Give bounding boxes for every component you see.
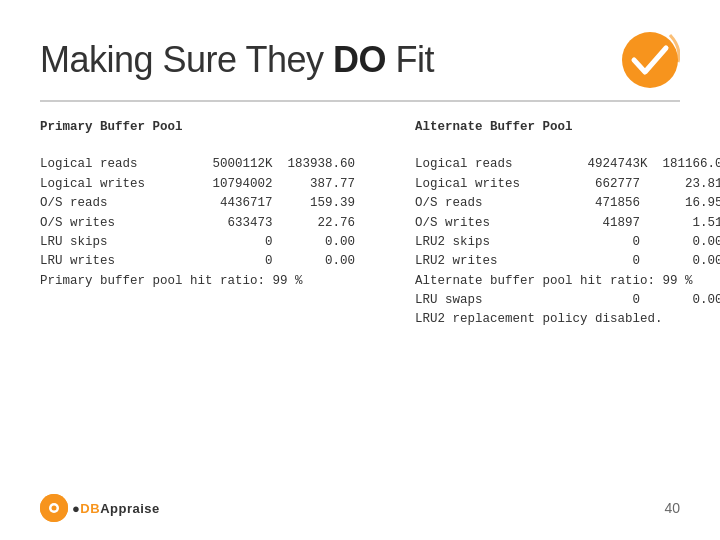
footer: ●DBAppraise 40 (40, 494, 680, 522)
title-start: Making Sure They (40, 39, 333, 80)
primary-pool-data: Logical reads 5000112K 183938.60 Logical… (40, 136, 355, 310)
alternate-row-3: O/S reads 471856 16.95 (415, 196, 720, 210)
primary-buffer-pool-section: Primary Buffer Pool Logical reads 500011… (40, 120, 355, 349)
alternate-row-2: Logical writes 662777 23.81 (415, 177, 720, 191)
alternate-pool-data: Logical reads 4924743K 181166.00 Logical… (415, 136, 720, 349)
alternate-row-5: LRU2 skips 0 0.00 (415, 235, 720, 249)
alternate-hit-ratio: Alternate buffer pool hit ratio: 99 % (415, 274, 693, 288)
svg-point-3 (52, 506, 57, 511)
primary-row-1: Logical reads 5000112K 183938.60 (40, 157, 355, 171)
alternate-lru-swaps: LRU swaps 0 0.00 (415, 293, 720, 307)
divider (40, 100, 680, 102)
primary-row-3: O/S reads 4436717 159.39 (40, 196, 355, 210)
alternate-row-4: O/S writes 41897 1.51 (415, 216, 720, 230)
check-icon (620, 30, 680, 90)
logo-text: ●DBAppraise (72, 501, 160, 516)
primary-section-header: Primary Buffer Pool (40, 120, 355, 134)
alternate-row-1: Logical reads 4924743K 181166.00 (415, 157, 720, 171)
alternate-row-6: LRU2 writes 0 0.00 (415, 254, 720, 268)
primary-row-4: O/S writes 633473 22.76 (40, 216, 355, 230)
primary-row-2: Logical writes 10794002 387.77 (40, 177, 355, 191)
alternate-buffer-pool-section: Alternate Buffer Pool Logical reads 4924… (415, 120, 720, 349)
content-area: Primary Buffer Pool Logical reads 500011… (40, 120, 680, 349)
svg-point-0 (622, 32, 678, 88)
page-number: 40 (664, 500, 680, 516)
title-end: Fit (386, 39, 434, 80)
title-bold: DO (333, 39, 386, 80)
page-title: Making Sure They DO Fit (40, 39, 434, 81)
header: Making Sure They DO Fit (40, 30, 680, 90)
logo: ●DBAppraise (40, 494, 160, 522)
alternate-lru2-policy: LRU2 replacement policy disabled. (415, 312, 663, 326)
primary-row-6: LRU writes 0 0.00 (40, 254, 355, 268)
alternate-section-header: Alternate Buffer Pool (415, 120, 720, 134)
logo-circle (40, 494, 68, 522)
primary-row-5: LRU skips 0 0.00 (40, 235, 355, 249)
primary-hit-ratio: Primary buffer pool hit ratio: 99 % (40, 274, 303, 288)
slide: Making Sure They DO Fit Primary Buffer P… (0, 0, 720, 540)
